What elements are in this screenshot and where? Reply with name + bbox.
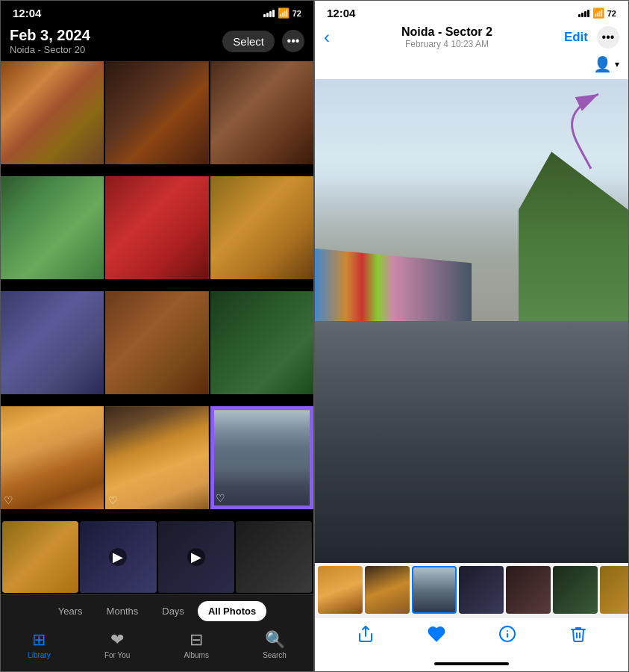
delete-button[interactable] [569,625,587,647]
info-button[interactable] [498,625,516,647]
tab-allphotos[interactable]: All Photos [198,601,266,621]
left-wifi-icon: 📶 [278,7,290,19]
foryou-icon: ❤ [110,630,124,650]
tab-pills: Years Months Days All Photos [1,595,313,624]
nav-search[interactable]: 🔍 Search [263,630,287,659]
nav-foryou[interactable]: ❤ For You [104,630,130,659]
right-status-icons: 📶 72 [578,7,616,19]
photo-cell-dog1[interactable]: ♡ [1,406,104,509]
home-indicator [315,656,628,671]
person-row: 👤 ▾ [315,55,628,79]
left-header-location: Noida - Sector 20 [10,44,222,55]
left-panel: 12:04 📶 72 Feb 3, 2024 Noida - Sector 20… [0,0,314,672]
photo-cell-people2[interactable] [210,61,313,164]
share-icon [357,628,375,647]
left-header-buttons: Select ••• [222,30,304,52]
tab-months[interactable]: Months [96,601,149,621]
info-icon [498,628,516,647]
nav-albums-label: Albums [184,651,209,659]
nav-search-label: Search [263,651,287,659]
thumb-food[interactable] [2,521,78,593]
play-icon-2: ▶ [187,548,205,566]
heart-overlay-1: ♡ [4,494,13,506]
right-header-center: Noida - Sector 2 February 4 10:23 AM [401,25,492,49]
right-photo-title: Noida - Sector 2 [401,25,492,39]
thumb-strip: ▶ ▶ [1,520,313,594]
share-button[interactable] [357,625,375,647]
left-header-date: Feb 3, 2024 [10,27,222,44]
left-header: Feb 3, 2024 Noida - Sector 20 Select ••• [1,22,313,61]
right-header: ‹ Noida - Sector 2 February 4 10:23 AM E… [315,22,628,55]
right-time: 12:04 [327,7,355,19]
select-button[interactable]: Select [222,31,275,52]
left-signal-icon [263,10,275,17]
film-street[interactable] [412,566,457,614]
photo-cell-street-selected[interactable]: ♡ [210,406,313,509]
thumb-f1[interactable]: ▶ [158,521,234,593]
albums-icon: ⊟ [190,630,203,650]
right-wifi-icon: 📶 [592,7,604,19]
back-button[interactable]: ‹ [324,27,330,48]
film-dog2[interactable] [365,566,410,614]
edit-button[interactable]: Edit [564,30,588,45]
bottom-nav: ⊞ Library ❤ For You ⊟ Albums 🔍 Search [1,624,313,671]
right-panel: 12:04 📶 72 ‹ Noida - Sector 2 February 4… [314,0,629,672]
tab-years[interactable]: Years [48,601,93,621]
search-icon: 🔍 [265,630,285,650]
dots-icon: ••• [287,34,300,48]
main-photo[interactable] [315,79,628,563]
left-battery-icon: 72 [292,9,301,18]
nav-foryou-label: For You [104,651,130,659]
right-photo-subtitle: February 4 10:23 AM [405,39,489,49]
photo-cell-bus[interactable] [1,61,104,164]
photo-cell-mixed[interactable] [210,176,313,279]
thumb-news[interactable] [236,521,312,593]
more-options-button[interactable]: ••• [597,26,619,49]
photo-cell-green[interactable] [1,176,104,279]
heart-button[interactable] [428,625,445,647]
chevron-down-icon: ▾ [615,59,619,69]
left-status-icons: 📶 72 [263,7,301,19]
filmstrip [315,563,628,617]
right-battery-icon: 72 [607,9,616,18]
right-status-bar: 12:04 📶 72 [315,1,628,22]
heart-overlay-3: ♡ [216,492,225,504]
right-signal-icon [578,10,589,17]
left-tabs: Years Months Days All Photos ⊞ Library ❤… [1,594,313,671]
film-dark1[interactable] [459,566,504,614]
person-icon: 👤 [593,55,612,73]
heart-overlay-2: ♡ [108,494,118,506]
tab-days[interactable]: Days [151,601,195,621]
heart-icon [428,628,445,647]
photo-cell-blur3[interactable] [210,291,313,394]
photo-cell-red[interactable] [105,176,208,279]
left-status-bar: 12:04 📶 72 [1,1,313,22]
nav-albums[interactable]: ⊟ Albums [184,630,209,659]
photo-cell-blur1[interactable] [1,291,104,394]
ellipsis-icon: ••• [602,31,615,44]
right-header-actions: Edit ••• [564,26,619,49]
road-layer [315,321,628,563]
nav-library[interactable]: ⊞ Library [28,630,51,659]
photo-cell-dog2[interactable]: ♡ [105,406,208,509]
bottom-actions [315,617,628,656]
left-time: 12:04 [13,7,41,19]
photo-grid: ♡ ♡ ♡ [1,61,313,520]
trash-icon [569,628,587,647]
film-dark2[interactable] [506,566,551,614]
film-extra1[interactable] [600,566,628,614]
dots-menu-button[interactable]: ••• [282,30,304,52]
library-icon: ⊞ [32,630,46,650]
play-icon: ▶ [109,548,127,566]
chevron-left-icon: ‹ [324,27,330,47]
nav-library-label: Library [28,651,51,659]
film-dark3[interactable] [553,566,598,614]
street-scene [315,79,628,563]
film-dog1[interactable] [318,566,363,614]
person-selector[interactable]: 👤 ▾ [593,55,619,73]
home-indicator-bar [434,662,509,665]
thumb-show[interactable]: ▶ [80,521,156,593]
left-header-info: Feb 3, 2024 Noida - Sector 20 [10,27,222,55]
photo-cell-people[interactable] [105,61,208,164]
photo-cell-blur2[interactable] [105,291,208,394]
